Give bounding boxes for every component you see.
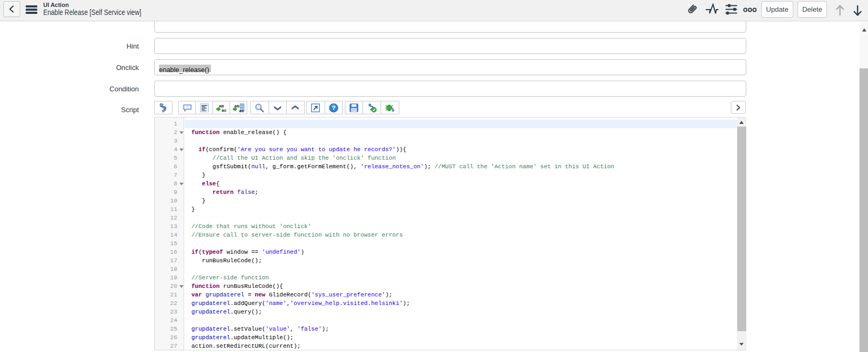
svg-text:ac: ac	[222, 108, 227, 113]
svg-text:?: ?	[332, 105, 336, 111]
svg-text:ac: ac	[239, 108, 244, 113]
